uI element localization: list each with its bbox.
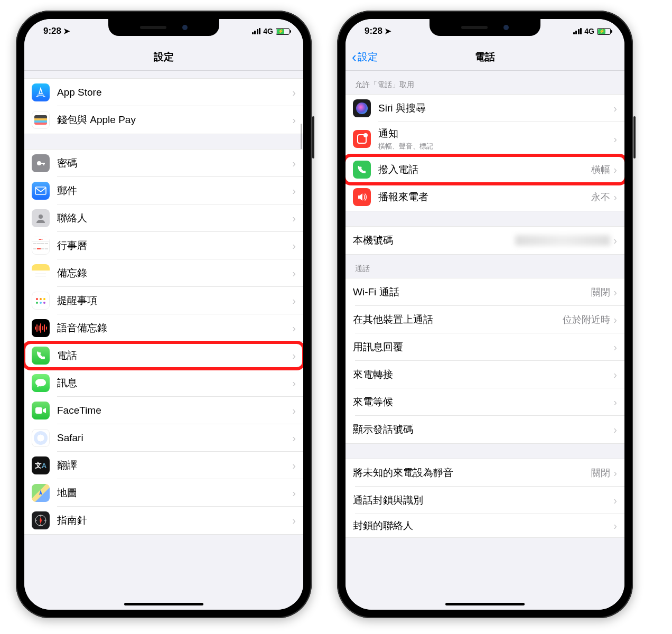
row-phone[interactable]: 電話 › (24, 342, 303, 369)
chevron-right-icon: › (292, 377, 296, 389)
row-sublabel: 橫幅、聲音、標記 (378, 142, 613, 151)
row-label: 封鎖的聯絡人 (353, 519, 613, 533)
status-time: 9:28 (43, 26, 61, 36)
phone-settings-list[interactable]: 允許「電話」取用 Siri 與搜尋 › 通知 橫幅、聲音、標記 (346, 71, 624, 610)
chevron-right-icon: › (613, 235, 617, 247)
row-label: 將未知的來電設為靜音 (353, 466, 591, 480)
key-icon (32, 154, 50, 172)
chevron-right-icon: › (292, 322, 296, 334)
row-label: 本機號碼 (353, 234, 515, 247)
chevron-right-icon: › (292, 405, 296, 417)
appstore-icon (32, 83, 50, 101)
row-notifications[interactable]: 通知 橫幅、聲音、標記 › (346, 122, 624, 156)
chevron-right-icon: › (292, 114, 296, 126)
row-safari[interactable]: Safari › (24, 424, 303, 452)
row-label: FaceTime (57, 405, 292, 416)
facetime-icon (32, 402, 50, 419)
row-label: Siri 與搜尋 (378, 101, 613, 115)
battery-icon: ⚡ (597, 28, 611, 35)
row-calls-on-other-devices[interactable]: 在其他裝置上通話 位於附近時 › (346, 306, 624, 333)
screen-right: 9:28 ➤ 4G ⚡ ‹ 設定 電話 允許「電話」取用 (346, 19, 624, 610)
row-announce-calls[interactable]: 播報來電者 永不 › (346, 183, 624, 211)
notifications-icon (353, 130, 371, 148)
row-detail: 關閉 (591, 286, 610, 299)
phone-frame-right: 9:28 ➤ 4G ⚡ ‹ 設定 電話 允許「電話」取用 (337, 11, 633, 618)
row-siri[interactable]: Siri 與搜尋 › (346, 95, 624, 122)
row-incoming-calls[interactable]: 撥入電話 橫幅 › (346, 156, 624, 183)
my-number-value-blurred (515, 235, 610, 246)
row-notes[interactable]: 備忘錄 › (24, 259, 303, 287)
row-call-waiting[interactable]: 來電等候 › (346, 388, 624, 416)
network-label: 4G (584, 27, 594, 35)
back-button[interactable]: ‹ 設定 (352, 50, 378, 64)
row-label: 語音備忘錄 (57, 321, 292, 335)
chevron-right-icon: › (292, 487, 296, 499)
row-label: 用訊息回覆 (353, 340, 613, 354)
svg-point-0 (37, 161, 41, 165)
row-label: Safari (57, 432, 292, 444)
row-label: 聯絡人 (57, 211, 292, 225)
row-calendar[interactable]: ••• 行事曆 › (24, 232, 303, 259)
notes-icon (32, 264, 50, 282)
chevron-right-icon: › (292, 185, 296, 197)
row-label: 提醒事項 (57, 294, 292, 307)
row-label: 翻譯 (57, 459, 292, 472)
row-appstore[interactable]: App Store › (24, 79, 303, 106)
settings-list[interactable]: App Store › 錢包與 Apple Pay › 密碼 (24, 71, 303, 610)
home-indicator[interactable] (124, 603, 203, 605)
row-reminders[interactable]: 提醒事項 › (24, 287, 303, 314)
row-facetime[interactable]: FaceTime › (24, 397, 303, 424)
phone-incoming-icon (353, 161, 371, 179)
compass-icon (32, 511, 50, 529)
row-detail: 關閉 (591, 467, 610, 479)
row-label: 指南針 (57, 514, 292, 527)
row-label: 來電等候 (353, 395, 613, 409)
chevron-right-icon: › (613, 396, 617, 408)
row-mail[interactable]: 郵件 › (24, 177, 303, 204)
translate-icon: 文A (32, 456, 50, 474)
chevron-right-icon: › (613, 520, 617, 532)
row-messages[interactable]: 訊息 › (24, 369, 303, 397)
row-wifi-calling[interactable]: Wi-Fi 通話 關閉 › (346, 278, 624, 306)
chevron-right-icon: › (613, 467, 617, 479)
nav-bar: 設定 (24, 43, 303, 71)
row-translate[interactable]: 文A 翻譯 › (24, 452, 303, 479)
svg-rect-3 (35, 187, 46, 194)
reminders-icon (32, 292, 50, 310)
row-silence-unknown[interactable]: 將未知的來電設為靜音 關閉 › (346, 459, 624, 487)
row-wallet[interactable]: 錢包與 Apple Pay › (24, 106, 303, 134)
safari-icon (32, 429, 50, 447)
back-label: 設定 (358, 50, 378, 64)
chevron-right-icon: › (613, 286, 617, 299)
chevron-right-icon: › (613, 495, 617, 507)
row-my-number[interactable]: 本機號碼 › (346, 227, 624, 254)
row-label: 密碼 (57, 156, 292, 170)
row-contacts[interactable]: 聯絡人 › (24, 204, 303, 232)
row-detail: 橫幅 (591, 163, 610, 176)
row-call-forwarding[interactable]: 來電轉接 › (346, 361, 624, 388)
row-show-caller-id[interactable]: 顯示發話號碼 › (346, 416, 624, 443)
row-label: 電話 (57, 349, 292, 362)
phone-frame-left: 9:28 ➤ 4G ⚡ 設定 App Store › (16, 11, 312, 618)
chevron-right-icon: › (613, 314, 617, 326)
row-label: 顯示發話號碼 (353, 423, 613, 436)
row-respond-with-text[interactable]: 用訊息回覆 › (346, 333, 624, 361)
signal-icon (573, 28, 582, 34)
group-header-calls: 通話 (346, 255, 624, 278)
chevron-right-icon: › (292, 460, 296, 472)
phone-icon (32, 347, 50, 365)
chevron-right-icon: › (613, 133, 617, 145)
row-call-blocking-id[interactable]: 通話封鎖與識別 › (346, 487, 624, 514)
row-maps[interactable]: 地圖 › (24, 479, 303, 507)
row-compass[interactable]: 指南針 › (24, 507, 303, 534)
chevron-right-icon: › (292, 212, 296, 225)
chevron-right-icon: › (613, 164, 617, 176)
home-indicator[interactable] (445, 603, 525, 605)
row-blocked-contacts[interactable]: 封鎖的聯絡人 › (346, 514, 624, 537)
row-passwords[interactable]: 密碼 › (24, 150, 303, 177)
row-label: 行事曆 (57, 239, 292, 253)
signal-icon (252, 28, 261, 34)
row-voicememos[interactable]: 語音備忘錄 › (24, 314, 303, 342)
chevron-right-icon: › (613, 102, 617, 115)
group-header-allow: 允許「電話」取用 (346, 71, 624, 94)
